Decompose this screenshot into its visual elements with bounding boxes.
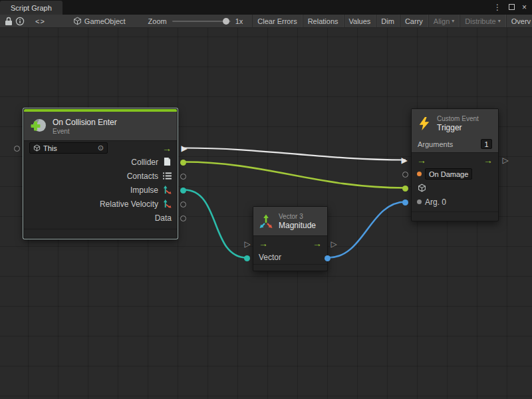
zoom-value: 1x xyxy=(235,17,243,25)
port-label: Vector xyxy=(259,253,281,262)
arg0-input-port[interactable] xyxy=(402,200,408,205)
flow-arrow-icon: → xyxy=(483,156,493,165)
node-trigger-custom-event[interactable]: Custom Event Trigger Arguments 1 → → On … xyxy=(411,108,499,221)
zoom-control: Zoom 1x xyxy=(148,17,243,25)
arguments-count-field[interactable]: 1 xyxy=(481,139,492,149)
graph-toolbar: <> GameObject Zoom 1x Clear Errors Relat… xyxy=(0,15,532,28)
node-header[interactable]: Vector 3 Magnitude xyxy=(253,207,327,236)
wire-flow-collision-to-trigger[interactable] xyxy=(184,148,406,160)
output-row-data: Data xyxy=(24,211,177,225)
node-vector3-magnitude[interactable]: Vector 3 Magnitude → → Vector ▷ ▷ xyxy=(253,206,328,271)
cube-icon xyxy=(73,17,82,25)
node-title: Magnitude xyxy=(279,221,316,230)
zoom-slider-handle[interactable] xyxy=(223,18,229,25)
object-picker-icon[interactable]: ⊙ xyxy=(98,144,104,152)
graph-owner-label: GameObject xyxy=(84,17,126,25)
row-vector-input: Vector xyxy=(253,250,327,264)
output-row-collider: Collider xyxy=(24,155,177,169)
row-event-name: On Damage xyxy=(412,167,498,181)
distribute-dropdown[interactable]: Distribute▾ xyxy=(460,15,505,28)
tab-bar: Script Graph ⋮ × xyxy=(0,0,532,15)
flow-output-port[interactable]: ▷ xyxy=(329,240,338,248)
flow-output-port[interactable]: ▶ xyxy=(180,144,189,152)
flow-arrow-icon: → xyxy=(162,144,172,153)
row-target-and-flow: This ⊙ → xyxy=(24,141,177,155)
node-footer xyxy=(24,229,177,238)
target-input-port[interactable] xyxy=(14,146,20,152)
zoom-slider[interactable] xyxy=(172,21,231,22)
port-label: Impulse xyxy=(130,186,158,195)
flow-arrow-icon: → xyxy=(417,156,426,165)
port-label: Arg. 0 xyxy=(425,198,446,207)
cube-icon xyxy=(33,144,41,152)
collider-output-port[interactable] xyxy=(180,160,186,166)
contacts-output-port[interactable] xyxy=(180,174,186,180)
tab-script-graph[interactable]: Script Graph xyxy=(0,1,63,15)
target-object-field[interactable]: This ⊙ xyxy=(29,142,108,154)
node-header[interactable]: On Collision Enter Event xyxy=(24,112,177,141)
node-on-collision-enter[interactable]: On Collision Enter Event This ⊙ → Collid… xyxy=(23,108,178,239)
collision-event-icon xyxy=(30,118,47,135)
align-dropdown[interactable]: Align▾ xyxy=(428,15,460,28)
node-footer xyxy=(253,264,327,271)
dim-button[interactable]: Dim xyxy=(376,15,400,28)
clear-errors-button[interactable]: Clear Errors xyxy=(252,15,302,28)
lock-icon[interactable] xyxy=(5,16,13,27)
relations-button[interactable]: Relations xyxy=(303,15,344,28)
node-subtitle: Event xyxy=(53,128,117,135)
graph-owner-breadcrumb[interactable]: GameObject xyxy=(73,17,126,25)
output-row-impulse: Impulse xyxy=(24,183,177,197)
node-footer xyxy=(412,211,498,219)
unity-script-graph-window: Script Graph ⋮ × <> GameObject Zoom 1x C… xyxy=(0,0,532,399)
vector-axes-icon xyxy=(162,186,172,195)
window-buttons: ⋮ × xyxy=(493,0,532,15)
node-type-label: Vector 3 xyxy=(279,213,316,220)
carry-button[interactable]: Carry xyxy=(400,15,428,28)
arguments-label: Arguments xyxy=(418,140,453,148)
code-view-icon[interactable]: <> xyxy=(35,16,45,27)
custom-event-bolt-icon xyxy=(417,116,432,131)
flow-arrow-icon: → xyxy=(259,239,268,248)
close-icon[interactable]: × xyxy=(522,3,527,11)
target-object-value: This xyxy=(43,144,57,152)
vector-input-port[interactable] xyxy=(244,255,250,261)
string-port-dot[interactable] xyxy=(417,172,422,176)
maximize-box xyxy=(509,4,515,10)
maximize-icon[interactable] xyxy=(509,3,515,11)
flow-output-port[interactable]: ▷ xyxy=(501,156,510,164)
event-name-field[interactable]: On Damage xyxy=(425,168,472,180)
values-button[interactable]: Values xyxy=(344,15,376,28)
data-output-port[interactable] xyxy=(180,215,186,221)
tab-title: Script Graph xyxy=(11,4,52,12)
info-icon[interactable] xyxy=(15,16,25,27)
node-header[interactable]: Custom Event Trigger xyxy=(412,109,498,138)
output-row-relative-velocity: Relative Velocity xyxy=(24,197,177,211)
flow-input-port[interactable]: ▷ xyxy=(243,240,252,248)
node-title: Trigger xyxy=(437,123,479,132)
magnitude-output-port[interactable] xyxy=(325,255,331,261)
event-name-input-port[interactable] xyxy=(402,172,408,178)
vector-axes-icon xyxy=(162,200,172,209)
impulse-output-port[interactable] xyxy=(180,188,186,194)
chevron-down-icon: ▾ xyxy=(498,18,501,24)
graph-canvas[interactable]: On Collision Enter Event This ⊙ → Collid… xyxy=(0,28,532,399)
arguments-row: Arguments 1 xyxy=(412,138,498,153)
wire-impulse-to-vector[interactable] xyxy=(184,190,247,258)
wire-collider-to-target[interactable] xyxy=(184,162,406,188)
overview-button[interactable]: Overv xyxy=(506,15,532,28)
target-input-port[interactable] xyxy=(402,186,408,192)
arg0-port-dot[interactable] xyxy=(417,200,422,204)
wire-magnitude-to-arg0[interactable] xyxy=(329,202,406,258)
distribute-label: Distribute xyxy=(465,17,495,25)
collider-page-icon xyxy=(162,158,172,167)
relative-velocity-output-port[interactable] xyxy=(180,201,186,207)
port-label: Data xyxy=(155,213,172,223)
row-flow: → → xyxy=(412,153,498,167)
flow-input-port[interactable]: ▶ xyxy=(400,156,409,164)
menu-kebab-icon[interactable]: ⋮ xyxy=(493,3,501,11)
output-row-contacts: Contacts xyxy=(24,169,177,183)
port-label: Relative Velocity xyxy=(100,200,158,209)
row-arg0: Arg. 0 xyxy=(412,195,498,209)
node-type-label: Custom Event xyxy=(437,115,479,122)
chevron-down-icon: ▾ xyxy=(452,18,454,24)
